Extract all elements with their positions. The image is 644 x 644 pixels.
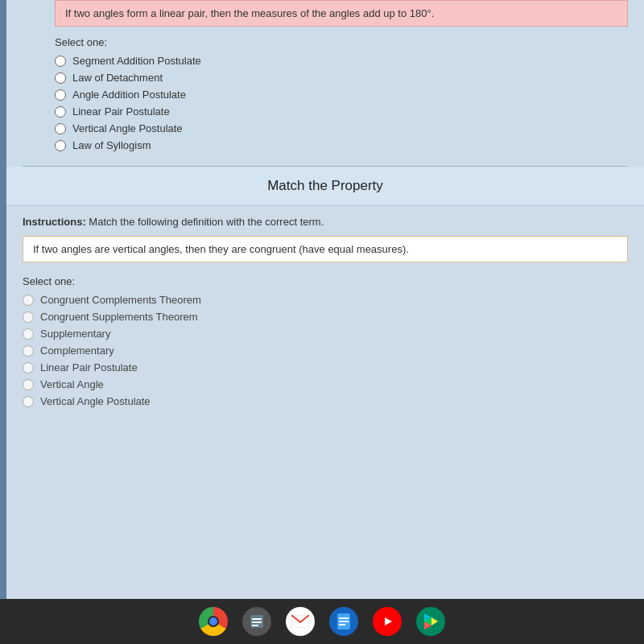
match-radio-circle-3[interactable] [23,328,34,340]
radio-label-5: Vertical Angle Postulate [72,122,183,134]
radio-circle-2[interactable] [55,72,66,84]
svg-rect-8 [339,624,345,625]
match-definition-box: If two angles are vertical angles, then … [23,236,628,262]
match-radio-option-7[interactable]: Vertical Angle Postulate [23,395,628,407]
play-store-icon[interactable] [416,607,445,636]
radio-option-5[interactable]: Vertical Angle Postulate [55,122,628,134]
match-radio-circle-2[interactable] [23,312,34,323]
top-select-label: Select one: [55,36,628,48]
left-sidebar-bar [0,0,6,599]
match-radio-option-3[interactable]: Supplementary [23,328,628,340]
svg-marker-14 [431,617,438,625]
match-select-label: Select one: [23,275,628,287]
svg-rect-2 [252,621,262,623]
match-radio-option-6[interactable]: Vertical Angle [23,378,628,390]
top-select-section: Select one: Segment Addition Postulate L… [6,27,644,166]
match-radio-label-4: Complementary [40,345,114,357]
match-radio-label-5: Linear Pair Postulate [40,361,138,374]
chrome-icon[interactable] [199,607,228,636]
files-icon[interactable] [242,607,271,636]
radio-circle-1[interactable] [55,56,66,67]
match-radio-label-2: Congruent Supplements Theorem [40,311,198,323]
radio-circle-4[interactable] [55,106,66,118]
chrome-center [208,616,219,627]
docs-icon[interactable] [329,607,358,636]
main-container: If two angles form a linear pair, then t… [0,0,644,644]
match-radio-circle-1[interactable] [23,295,34,306]
match-content: Instructions: Match the following defini… [6,206,644,430]
radio-option-2[interactable]: Law of Detachment [55,72,628,84]
match-radio-option-1[interactable]: Congruent Complements Theorem [23,294,628,306]
radio-label-2: Law of Detachment [72,72,163,84]
radio-label-4: Linear Pair Postulate [72,105,170,118]
match-radio-option-2[interactable]: Congruent Supplements Theorem [23,311,628,323]
svg-rect-6 [339,617,349,619]
content-wrapper: If two angles form a linear pair, then t… [0,0,644,599]
match-radio-label-3: Supplementary [40,328,110,340]
radio-circle-6[interactable] [55,140,66,151]
match-radio-label-1: Congruent Complements Theorem [40,294,201,306]
radio-circle-3[interactable] [55,89,66,101]
match-radio-option-4[interactable]: Complementary [23,345,628,357]
radio-option-4[interactable]: Linear Pair Postulate [55,105,628,118]
radio-circle-5[interactable] [55,123,66,134]
svg-rect-7 [339,621,349,622]
match-radio-circle-7[interactable] [23,396,34,407]
match-section: Match the Property Instructions: Match t… [6,167,644,599]
radio-label-6: Law of Syllogism [72,139,151,151]
radio-label-3: Angle Addition Postulate [72,89,186,101]
match-radio-circle-6[interactable] [23,379,34,390]
svg-rect-1 [252,618,262,620]
play-store-svg [422,613,440,630]
match-definition-text: If two angles are vertical angles, then … [33,243,409,255]
match-radio-circle-4[interactable] [23,345,34,357]
instructions-body: Match the following definition with the … [86,216,324,228]
radio-option-6[interactable]: Law of Syllogism [55,139,628,151]
youtube-icon[interactable] [373,607,402,636]
gmail-icon[interactable] [286,607,315,636]
match-select-section: Select one: Congruent Complements Theore… [23,275,628,420]
taskbar [0,599,644,644]
match-radio-circle-5[interactable] [23,362,34,374]
svg-rect-3 [252,625,258,626]
gmail-svg [291,615,309,628]
top-definition-text: If two angles form a linear pair, then t… [65,7,434,19]
youtube-svg [378,614,397,629]
match-section-title: Match the Property [6,167,644,206]
radio-option-1[interactable]: Segment Addition Postulate [55,55,628,67]
match-radio-label-7: Vertical Angle Postulate [40,395,151,407]
top-question-section: If two angles form a linear pair, then t… [6,0,644,167]
instructions-text: Instructions: Match the following defini… [23,216,628,228]
files-svg [248,613,266,630]
top-definition-box: If two angles form a linear pair, then t… [55,0,628,27]
radio-label-1: Segment Addition Postulate [72,55,201,67]
radio-option-3[interactable]: Angle Addition Postulate [55,89,628,101]
match-radio-option-5[interactable]: Linear Pair Postulate [23,361,628,374]
instructions-prefix: Instructions: [23,216,86,228]
main-content: If two angles form a linear pair, then t… [6,0,644,599]
docs-svg [336,613,352,630]
match-radio-label-6: Vertical Angle [40,378,104,390]
